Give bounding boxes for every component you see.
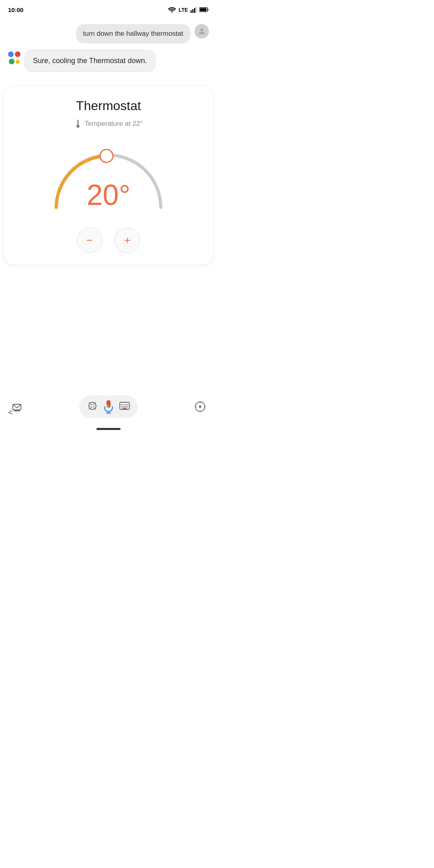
keyboard-icon[interactable] [119,401,130,412]
compass-icon[interactable] [191,398,209,416]
dot-yellow [16,60,20,64]
back-button[interactable]: < [8,408,13,417]
user-avatar [194,24,209,39]
controls-row: − + [77,227,140,253]
status-bar: 10:00 LTE [0,0,217,18]
google-assistant-icon [8,50,20,64]
svg-point-39 [199,406,201,407]
thermometer-icon [74,119,82,129]
svg-rect-5 [200,8,207,11]
dot-red [15,51,20,57]
svg-point-6 [200,29,203,31]
svg-point-10 [100,149,113,162]
svg-rect-2 [194,8,195,13]
user-message-text: turn down the hallway thermostat [83,30,183,37]
lens-icon[interactable] [87,401,98,413]
svg-point-16 [91,404,94,407]
microphone-icon[interactable] [102,399,115,414]
mic-pill[interactable] [79,395,138,418]
lte-label: LTE [178,7,188,13]
home-indicator[interactable] [96,428,121,430]
bottom-nav [0,395,217,418]
user-bubble: turn down the hallway thermostat [76,24,190,43]
temperature-display: 20° [87,178,131,211]
status-icons: LTE [168,6,209,13]
assistant-message-row: Sure, cooling the Thermostat down. [8,50,209,72]
dot-blue [8,51,14,57]
signal-icon [190,6,197,13]
thermostat-dial[interactable]: 20° [44,135,173,215]
svg-rect-0 [190,10,192,13]
assistant-message-text: Sure, cooling the Thermostat down. [33,57,147,65]
status-time: 10:00 [8,6,23,13]
avatar-icon [197,27,206,36]
temperature-label-row: Temperature at 22° [74,119,143,129]
svg-rect-9 [78,121,78,125]
svg-rect-1 [192,9,194,13]
wifi-icon [168,6,176,13]
battery-icon [199,7,209,12]
dot-green [9,59,14,64]
thermostat-card: Thermostat Temperature at 22° 20° − + [4,86,213,264]
thermostat-title: Thermostat [76,98,141,113]
temperature-label: Temperature at 22° [85,120,143,128]
svg-point-8 [76,125,80,128]
assistant-bubble: Sure, cooling the Thermostat down. [25,50,156,72]
svg-rect-3 [196,7,197,13]
chat-area: turn down the hallway thermostat Sure, c… [0,18,217,86]
svg-rect-25 [106,405,108,407]
user-message-row: turn down the hallway thermostat [8,24,209,43]
increase-button[interactable]: + [115,227,140,253]
decrease-button[interactable]: − [77,227,102,253]
